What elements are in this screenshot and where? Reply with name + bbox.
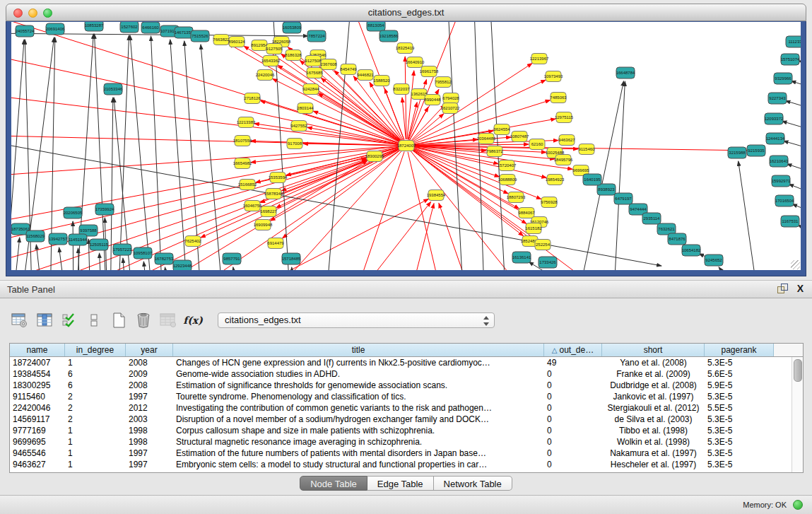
graph-node[interactable]: 111233 <box>786 36 801 47</box>
graph-node[interactable]: 16648784 <box>616 67 635 78</box>
graph-node[interactable]: 8960124 <box>228 37 245 47</box>
graph-node[interactable]: 16210643 <box>770 156 789 167</box>
graph-node[interactable]: 15878344 <box>264 189 283 199</box>
graph-node[interactable]: 9127505 <box>266 44 283 54</box>
graph-node[interactable]: 1640195 <box>583 174 601 185</box>
graph-edge[interactable] <box>408 103 417 140</box>
graph-edge[interactable] <box>407 204 434 270</box>
graph-node[interactable]: 16782753 <box>155 253 174 264</box>
graph-node[interactable]: 9884067 <box>518 208 535 218</box>
graph-edge[interactable] <box>792 204 801 214</box>
row-pair-button[interactable] <box>84 311 104 329</box>
graph-node[interactable]: 9245652 <box>705 255 723 266</box>
table-row[interactable]: 1872400712008Changes of HCN gene express… <box>10 357 803 368</box>
graph-node[interactable]: 7625402 <box>184 236 201 247</box>
zoom-button[interactable] <box>43 8 52 18</box>
graph-node[interactable]: 12975115 <box>555 112 574 123</box>
table-row[interactable]: 969969511998Structural magnetic resonanc… <box>10 436 803 448</box>
graph-node[interactable]: 16640910 <box>406 57 425 68</box>
column-header-title[interactable]: title <box>173 344 544 356</box>
graph-node[interactable]: 11568029 <box>26 230 45 242</box>
table-row[interactable]: 1938455462009Genome-wide association stu… <box>10 368 803 380</box>
graph-node[interactable]: 1167531 <box>781 216 799 227</box>
graph-node[interactable]: 13942757 <box>49 233 68 245</box>
graph-node[interactable]: 12923448 <box>173 260 192 270</box>
resize-grip[interactable] <box>791 260 800 269</box>
graph-node[interactable]: 6794028 <box>442 93 459 104</box>
network-canvas[interactable]: 1872400776638228960124891295418226058912… <box>11 22 801 270</box>
tab-network-table[interactable]: Network Table <box>434 476 512 491</box>
graph-node[interactable]: 16053809 <box>283 22 302 33</box>
graph-edge[interactable] <box>151 36 163 270</box>
table-row[interactable]: 1830029562008Estimation of significance … <box>10 380 803 391</box>
graph-node[interactable]: 20206505 <box>64 207 83 218</box>
graph-edge[interactable] <box>719 267 746 270</box>
memory-status-indicator[interactable] <box>793 500 803 510</box>
graph-node[interactable]: 8322037 <box>393 84 410 95</box>
function-builder-button[interactable]: f(x) <box>183 311 203 329</box>
graph-edge[interactable] <box>439 203 474 270</box>
graph-node[interactable]: 18807293 <box>507 192 526 203</box>
table-row[interactable]: 946362711997Embryonic stem cells: a mode… <box>10 459 803 470</box>
column-header-name[interactable]: name <box>10 344 65 356</box>
graph-node[interactable]: 9857791 <box>223 253 241 264</box>
graph-node[interactable]: 16046756 <box>243 201 262 211</box>
graph-edge[interactable] <box>789 184 801 195</box>
graph-node[interactable]: 6466160 <box>141 22 160 33</box>
graph-node[interactable]: 9463627 <box>558 135 575 146</box>
graph-edge[interactable] <box>100 253 102 270</box>
graph-node[interactable]: 17957223 <box>113 244 132 255</box>
graph-node[interactable]: 3624554 <box>493 124 510 135</box>
graph-node[interactable]: 9115460 <box>579 144 596 155</box>
graph-node[interactable]: 12505115 <box>90 239 109 250</box>
graph-node[interactable]: 16654982 <box>233 158 252 169</box>
graph-edge[interactable] <box>405 57 406 139</box>
graph-node[interactable]: 9329966 <box>774 73 792 84</box>
graph-node[interactable]: 17016504 <box>775 195 794 206</box>
network-window-titlebar[interactable]: citations_edges.txt <box>6 4 806 21</box>
select-rows-button[interactable] <box>59 311 79 329</box>
minimize-button[interactable] <box>28 8 37 18</box>
graph-node[interactable]: 15720407 <box>498 160 517 171</box>
graph-node[interactable]: 7986372 <box>486 146 503 157</box>
graph-node[interactable]: 7955812 <box>435 77 452 88</box>
graph-node[interactable]: 9242844 <box>302 84 319 95</box>
column-header-pagerank[interactable]: pagerank <box>705 344 774 356</box>
graph-node[interactable]: 62160 <box>529 139 545 150</box>
graph-edge[interactable] <box>59 247 66 270</box>
graph-node[interactable]: 18724007 <box>397 141 416 151</box>
tab-node-table[interactable]: Node Table <box>300 476 367 491</box>
graph-edge[interactable] <box>351 201 431 270</box>
graph-node[interactable]: 19854923 <box>546 175 565 185</box>
graph-node[interactable]: 18325419 <box>396 43 415 54</box>
graph-edge[interactable] <box>791 81 801 89</box>
graph-node[interactable]: 10853287 <box>85 22 104 31</box>
new-column-button[interactable] <box>109 311 129 329</box>
graph-node[interactable]: 16136141 <box>512 252 531 263</box>
table-row[interactable]: 1456911722003Disruption of a novel membe… <box>10 414 803 425</box>
graph-edge[interactable] <box>13 238 20 270</box>
graph-node[interactable]: 6479197 <box>614 193 632 204</box>
table-row[interactable]: 911546021997Tourette syndrome. Phenomeno… <box>10 391 803 402</box>
graph-edge[interactable] <box>782 121 801 132</box>
graph-node[interactable]: 8454749 <box>340 64 357 75</box>
graph-node[interactable]: 18107554 <box>233 136 252 146</box>
graph-node[interactable]: 17359924 <box>95 204 114 215</box>
graph-node[interactable]: 12093372 <box>765 113 784 124</box>
graph-node[interactable]: 21053346 <box>104 83 123 95</box>
network-file-select[interactable]: citations_edges.txt <box>218 313 495 328</box>
graph-node[interactable]: 10654182 <box>682 245 701 256</box>
graph-edge[interactable] <box>784 141 801 151</box>
graph-node[interactable]: 12213967 <box>530 54 549 64</box>
graph-edge[interactable] <box>787 164 801 174</box>
graph-node[interactable]: 2718126 <box>244 93 261 104</box>
graph-node[interactable]: 24055724 <box>16 25 35 37</box>
graph-node[interactable]: 15166852 <box>238 180 257 190</box>
graph-node[interactable]: 9127508 <box>305 56 322 66</box>
graph-node[interactable]: 8813054 <box>367 22 385 31</box>
graph-node[interactable]: 917008 <box>287 139 302 149</box>
vertical-scrollbar[interactable] <box>792 357 803 472</box>
show-columns-button[interactable] <box>35 311 54 329</box>
graph-node[interactable]: 1588520 <box>373 76 390 86</box>
graph-node[interactable]: 7857224 <box>307 30 326 42</box>
